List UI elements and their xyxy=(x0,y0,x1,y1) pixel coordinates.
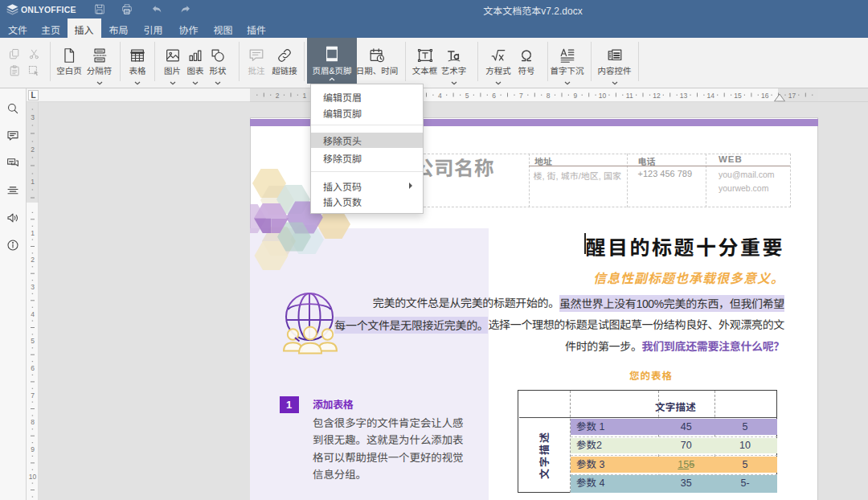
svg-text:1: 1 xyxy=(31,178,35,186)
svg-text:17: 17 xyxy=(788,92,796,100)
svg-text:6: 6 xyxy=(492,92,496,100)
svg-text:2: 2 xyxy=(276,92,280,100)
svg-text:2: 2 xyxy=(31,145,35,154)
svg-text:14: 14 xyxy=(707,92,715,100)
svg-text:8: 8 xyxy=(31,418,35,426)
svg-text:4: 4 xyxy=(438,92,442,100)
svg-text:15: 15 xyxy=(734,92,742,100)
svg-text:16: 16 xyxy=(761,92,769,100)
svg-text:5: 5 xyxy=(465,92,469,100)
svg-text:12: 12 xyxy=(653,92,661,100)
svg-text:7: 7 xyxy=(519,92,523,100)
svg-text:3: 3 xyxy=(31,113,35,121)
svg-text:1: 1 xyxy=(302,92,306,100)
svg-text:9: 9 xyxy=(573,92,577,100)
svg-text:13: 13 xyxy=(680,92,688,100)
svg-text:8: 8 xyxy=(547,92,551,100)
svg-text:7: 7 xyxy=(31,391,35,400)
svg-text:11: 11 xyxy=(626,92,633,100)
svg-text:1: 1 xyxy=(31,229,35,237)
svg-text:5: 5 xyxy=(31,337,35,345)
svg-text:10: 10 xyxy=(29,473,37,481)
svg-text:6: 6 xyxy=(31,364,35,372)
svg-text:10: 10 xyxy=(599,92,607,100)
svg-text:2: 2 xyxy=(31,256,35,264)
svg-text:9: 9 xyxy=(31,445,35,453)
svg-text:4: 4 xyxy=(31,310,35,318)
svg-text:3: 3 xyxy=(31,283,35,291)
